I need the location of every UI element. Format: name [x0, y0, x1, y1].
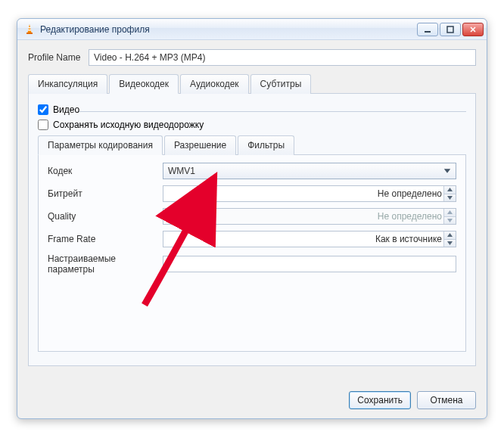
spin-down-icon[interactable] [444, 240, 456, 247]
codec-value: WMV1 [168, 166, 195, 176]
cancel-button[interactable]: Отмена [417, 391, 476, 409]
subtab-encoding-params[interactable]: Параметры кодирования [38, 135, 163, 155]
subtab-resolution[interactable]: Разрешение [164, 135, 236, 155]
keep-original-checkbox[interactable] [38, 120, 48, 130]
framerate-value: Как в источнике [375, 234, 442, 244]
svg-rect-1 [425, 31, 431, 33]
titlebar: Редактирование профиля [17, 19, 487, 40]
save-button[interactable]: Сохранить [349, 391, 411, 409]
minimize-button[interactable] [417, 23, 438, 36]
spin-up-icon[interactable] [444, 231, 456, 240]
tab-videocodec[interactable]: Видеокодек [109, 74, 179, 94]
profile-edit-dialog: Редактирование профиля Profile Name Vide… [17, 18, 487, 419]
videocodec-pane: Видео Сохранять исходную видеодорожку Па… [28, 94, 476, 366]
encoding-params-pane: Кодек WMV1 Битрейт Не определено Quality [38, 155, 466, 352]
spin-up-icon[interactable] [444, 209, 456, 217]
custom-params-input[interactable] [163, 256, 456, 272]
maximize-button[interactable] [440, 23, 461, 36]
framerate-label: Frame Rate [48, 234, 163, 244]
main-tabs: Инкапсуляция Видеокодек Аудиокодек Субти… [28, 73, 476, 94]
codec-label: Кодек [48, 166, 163, 176]
spin-down-icon[interactable] [444, 194, 456, 202]
window-title: Редактирование профиля [40, 24, 417, 35]
keep-original-label: Сохранять исходную видеодорожку [53, 120, 204, 130]
bitrate-label: Битрейт [48, 188, 163, 199]
framerate-spin[interactable]: Как в источнике [163, 231, 456, 247]
quality-spin[interactable]: Не определено [163, 208, 456, 225]
profile-name-label: Profile Name [28, 52, 89, 63]
chevron-down-icon [442, 166, 453, 176]
close-button[interactable] [462, 23, 484, 36]
video-checkbox-label: Видео [53, 104, 79, 115]
group-separator [79, 111, 466, 112]
bitrate-spin[interactable]: Не определено [163, 185, 456, 202]
svg-rect-0 [26, 33, 33, 34]
vlc-cone-icon [23, 23, 36, 36]
quality-value: Не определено [378, 211, 442, 222]
codec-combo[interactable]: WMV1 [163, 163, 456, 179]
tab-encapsulation[interactable]: Инкапсуляция [28, 74, 107, 94]
quality-label: Quality [48, 211, 163, 222]
spin-up-icon[interactable] [444, 186, 456, 194]
tab-subtitles[interactable]: Субтитры [250, 74, 312, 94]
sub-tabs: Параметры кодирования Разрешение Фильтры [38, 135, 466, 155]
video-checkbox[interactable] [38, 104, 48, 115]
custom-params-label: Настраиваемые параметры [48, 253, 163, 275]
bitrate-value: Не определено [378, 188, 442, 199]
tab-audiocodec[interactable]: Аудиокодек [180, 74, 249, 94]
subtab-filters[interactable]: Фильтры [238, 135, 294, 155]
svg-rect-2 [447, 26, 453, 33]
profile-name-input[interactable]: Video - H.264 + MP3 (MP4) [89, 49, 476, 66]
spin-down-icon[interactable] [444, 217, 456, 225]
